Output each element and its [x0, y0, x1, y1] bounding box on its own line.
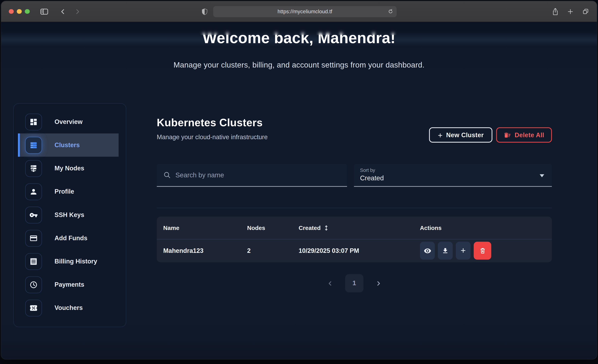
view-cluster-button[interactable] — [420, 242, 435, 260]
next-page-icon[interactable] — [375, 280, 382, 287]
page-title: Kubernetes Clusters — [157, 117, 267, 129]
sidebar-item-label: Overview — [55, 118, 83, 125]
header-buttons: + New Cluster Delete All — [429, 127, 552, 142]
nodes-icon — [25, 160, 42, 177]
privacy-shield-icon[interactable] — [201, 8, 208, 16]
sidebar-item-my-nodes[interactable]: My Nodes — [18, 157, 119, 180]
new-tab-icon[interactable] — [567, 8, 573, 15]
caret-down-icon — [540, 174, 544, 177]
download-icon — [442, 247, 449, 254]
sidebar-item-label: SSH Keys — [55, 211, 84, 218]
column-header-created[interactable]: Created — [299, 224, 420, 231]
delete-cluster-button[interactable] — [474, 242, 491, 260]
main-header: Kubernetes Clusters Manage your cloud-na… — [157, 117, 552, 142]
trash-icon — [479, 247, 486, 255]
hero-top-fade — [1, 22, 597, 35]
voucher-icon — [25, 299, 42, 316]
add-node-button[interactable]: + — [456, 242, 471, 260]
url-text: https://myceliumcloud.tf — [277, 9, 332, 14]
plus-icon: + — [461, 246, 466, 256]
receipt-icon — [25, 253, 42, 270]
sort-select[interactable]: Sort by Created — [354, 164, 552, 187]
clock-icon — [25, 276, 42, 293]
sidebar-item-ssh-keys[interactable]: SSH Keys — [18, 203, 119, 226]
created-header-label: Created — [299, 224, 321, 231]
sidebar-item-billing-history[interactable]: Billing History — [18, 250, 119, 273]
column-header-name: Name — [163, 224, 247, 231]
table-header-row: Name Nodes Created Actions — [157, 216, 552, 240]
sidebar-item-label: Clusters — [55, 141, 80, 149]
close-window-button[interactable] — [9, 9, 14, 14]
cluster-name-cell: Mahendra123 — [163, 247, 247, 254]
new-cluster-label: New Cluster — [446, 131, 484, 139]
previous-page-icon[interactable] — [327, 280, 333, 287]
sidebar-item-vouchers[interactable]: Vouchers — [18, 296, 119, 319]
search-icon — [163, 171, 171, 179]
sidebar-toggle-icon[interactable] — [40, 8, 48, 15]
reload-icon[interactable] — [388, 9, 393, 16]
sidebar-item-overview[interactable]: Overview — [18, 110, 119, 133]
minimize-window-button[interactable] — [17, 9, 22, 14]
sidebar-item-label: Add Funds — [55, 234, 87, 242]
sort-by-label: Sort by — [360, 168, 375, 173]
main-header-text: Kubernetes Clusters Manage your cloud-na… — [157, 117, 267, 141]
dashboard-icon — [25, 114, 42, 130]
profile-icon — [25, 183, 42, 200]
sidebar-item-add-funds[interactable]: Add Funds — [18, 226, 119, 250]
sidebar-item-label: Billing History — [55, 258, 97, 265]
credit-card-icon — [25, 230, 42, 246]
page-subtitle: Manage your cloud-native infrastructure — [157, 133, 267, 141]
sort-updown-icon — [323, 225, 329, 231]
tab-overview-icon[interactable] — [582, 8, 589, 15]
address-bar[interactable]: https://myceliumcloud.tf — [213, 6, 397, 17]
clusters-table: Name Nodes Created Actions Mahendra123 — [157, 216, 552, 262]
browser-toolbar: https://myceliumcloud.tf — [1, 1, 597, 22]
eye-icon — [424, 247, 431, 255]
new-cluster-button[interactable]: + New Cluster — [429, 127, 492, 142]
row-actions: + — [420, 242, 552, 260]
column-header-nodes: Nodes — [247, 224, 299, 231]
zoom-window-button[interactable] — [25, 9, 30, 14]
delete-all-label: Delete All — [515, 131, 544, 139]
sidebar-item-label: Profile — [55, 188, 74, 195]
section-divider — [157, 208, 552, 208]
pagination: 1 — [157, 274, 552, 293]
sidebar-item-label: My Nodes — [55, 165, 84, 172]
sort-value: Created — [360, 174, 384, 182]
search-input[interactable] — [175, 171, 336, 179]
plus-icon: + — [438, 131, 443, 139]
traffic-lights — [9, 9, 30, 14]
sidebar-item-label: Vouchers — [55, 304, 83, 312]
table-row: Mahendra123 2 10/29/2025 03:07 PM — [157, 240, 552, 262]
clusters-icon — [25, 137, 42, 153]
page-content: Welcome back, Mahendra! Manage your clus… — [1, 22, 597, 359]
browser-window: https://myceliumcloud.tf — [1, 1, 597, 359]
forward-button-icon[interactable] — [74, 8, 81, 15]
delete-sweep-icon — [504, 131, 511, 139]
welcome-subtitle: Manage your clusters, billing, and accou… — [1, 61, 597, 69]
sidebar-item-label: Payments — [55, 281, 84, 288]
sidebar-item-payments[interactable]: Payments — [18, 273, 119, 296]
column-header-actions: Actions — [420, 224, 552, 231]
sidebar-item-clusters[interactable]: Clusters — [18, 133, 119, 157]
share-icon[interactable] — [552, 8, 559, 16]
download-kubeconfig-button[interactable] — [438, 242, 453, 260]
cluster-created-cell: 10/29/2025 03:07 PM — [299, 247, 420, 254]
screen: https://myceliumcloud.tf — [0, 0, 598, 364]
sidebar: Overview — [13, 103, 126, 327]
cluster-nodes-cell: 2 — [247, 247, 299, 254]
delete-all-button[interactable]: Delete All — [496, 127, 552, 142]
sidebar-item-profile[interactable]: Profile — [18, 180, 119, 203]
search-field[interactable] — [157, 164, 347, 187]
back-button-icon[interactable] — [59, 8, 66, 15]
key-icon — [25, 207, 42, 223]
page-number-button[interactable]: 1 — [345, 274, 364, 292]
